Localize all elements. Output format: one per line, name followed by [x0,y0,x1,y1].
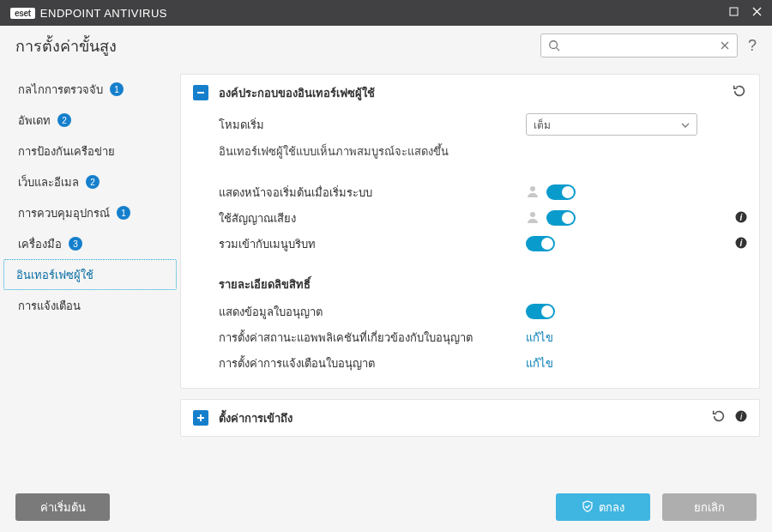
context-menu-label: รวมเข้ากับเมนูบริบท [219,235,519,253]
sidebar-item-tools[interactable]: เครื่องมือ 3 [0,228,180,259]
title-bar: eset ENDPOINT ANTIVIRUS [0,0,772,26]
reset-icon[interactable] [711,408,727,427]
cancel-button[interactable]: ยกเลิก [662,493,757,521]
close-icon[interactable] [752,0,762,26]
clear-search-icon[interactable] [720,40,730,51]
help-icon[interactable]: ? [748,37,757,55]
show-license-label: แสดงข้อมูลใบอนุญาต [219,303,519,321]
sidebar-item-label: เว็บและอีเมล [18,173,79,191]
chevron-down-icon [681,118,690,130]
default-button[interactable]: ค่าเริ่มต้น [15,493,110,521]
sidebar-item-label: อัพเดท [18,112,51,130]
maximize-icon[interactable] [729,0,739,26]
sidebar-badge: 1 [110,82,124,96]
info-icon[interactable]: i [730,211,747,226]
sidebar-badge: 2 [86,175,100,189]
sidebar-item-label: อินเทอร์เฟซผู้ใช้ [16,266,93,284]
license-notif-label: การตั้งค่าการแจ้งเตือนใบอนุญาต [219,354,519,372]
panel-ui-components: องค์ประกอบของอินเทอร์เฟซผู้ใช้ โหมดเริ่ม… [180,74,760,389]
shield-check-icon [582,500,594,515]
info-icon[interactable]: i [735,410,747,426]
sound-toggle[interactable] [546,210,576,226]
sidebar-item-label: กลไกการตรวจจับ [18,81,103,99]
license-heading: รายละเอียดลิขสิทธิ์ [219,275,747,293]
start-mode-note: อินเทอร์เฟซผู้ใช้แบบเห็นภาพสมบูรณ์จะแสดง… [219,142,449,160]
splash-toggle[interactable] [546,184,576,200]
ok-button-label: ตกลง [599,499,624,517]
sidebar-item-detection[interactable]: กลไกการตรวจจับ 1 [0,74,180,105]
product-name: ENDPOINT ANTIVIRUS [40,7,167,20]
search-input[interactable] [560,39,720,51]
collapse-icon[interactable] [193,85,208,100]
user-icon [526,184,540,201]
svg-text:i: i [740,238,743,247]
svg-point-3 [550,41,558,49]
search-icon [548,39,560,51]
svg-point-9 [530,212,535,217]
start-mode-label: โหมดเริ่ม [219,116,519,134]
svg-rect-15 [197,417,204,419]
svg-text:i: i [740,212,743,221]
sidebar-item-device-control[interactable]: การควบคุมอุปกรณ์ 1 [0,197,180,228]
sidebar-item-label: เครื่องมือ [18,235,62,253]
ok-button[interactable]: ตกลง [556,493,650,521]
panel-access-settings: ตั้งค่าการเข้าถึง i [180,399,760,437]
sidebar-item-notifications[interactable]: การแจ้งเตือน [0,290,180,321]
main-content: องค์ประกอบของอินเทอร์เฟซผู้ใช้ โหมดเริ่ม… [180,65,772,482]
start-mode-select[interactable]: เต็ม [526,113,697,136]
sidebar-badge: 1 [117,206,130,220]
sidebar-item-network[interactable]: การป้องกันเครือข่าย [0,136,180,166]
show-license-toggle[interactable] [526,304,555,319]
reset-icon[interactable] [732,83,747,102]
panel-title: องค์ประกอบของอินเทอร์เฟซผู้ใช้ [219,84,375,102]
header: การตั้งค่าขั้นสูง ? [0,26,772,65]
user-icon [526,210,540,227]
svg-point-8 [530,186,535,191]
svg-rect-7 [197,92,204,94]
sidebar-item-label: การป้องกันเครือข่าย [18,142,115,160]
sound-label: ใช้สัญญาณเสียง [219,209,519,227]
expand-icon[interactable] [193,410,208,426]
sidebar-badge: 2 [57,113,71,127]
sidebar-item-label: การแจ้งเตือน [18,297,81,315]
window-controls [729,0,762,26]
svg-rect-0 [730,8,738,15]
start-mode-value: เต็ม [534,117,551,133]
svg-line-4 [557,48,560,51]
splash-label: แสดงหน้าจอเริ่มต้นเมื่อเริ่มระบบ [219,184,519,202]
edit-app-status-link[interactable]: แก้ไข [526,329,553,347]
info-icon[interactable]: i [730,237,747,251]
footer: ค่าเริ่มต้น ตกลง ยกเลิก [0,482,772,532]
brand: eset ENDPOINT ANTIVIRUS [10,7,167,20]
page-title: การตั้งค่าขั้นสูง [15,33,117,58]
sidebar-badge: 3 [69,237,82,251]
sidebar: กลไกการตรวจจับ 1 อัพเดท 2 การป้องกันเครื… [0,65,180,482]
sidebar-item-label: การควบคุมอุปกรณ์ [18,204,110,222]
sidebar-item-update[interactable]: อัพเดท 2 [0,105,180,136]
eset-logo: eset [10,8,35,19]
app-status-label: การตั้งค่าสถานะแอพพลิเคชันที่เกี่ยวข้องก… [219,329,519,347]
sidebar-item-web-email[interactable]: เว็บและอีเมล 2 [0,166,180,197]
context-menu-toggle[interactable] [526,236,555,251]
sidebar-item-ui[interactable]: อินเทอร์เฟซผู้ใช้ [3,259,177,290]
search-input-wrap[interactable] [540,33,738,57]
panel-title: ตั้งค่าการเข้าถึง [219,409,293,427]
edit-license-notif-link[interactable]: แก้ไข [526,354,553,372]
